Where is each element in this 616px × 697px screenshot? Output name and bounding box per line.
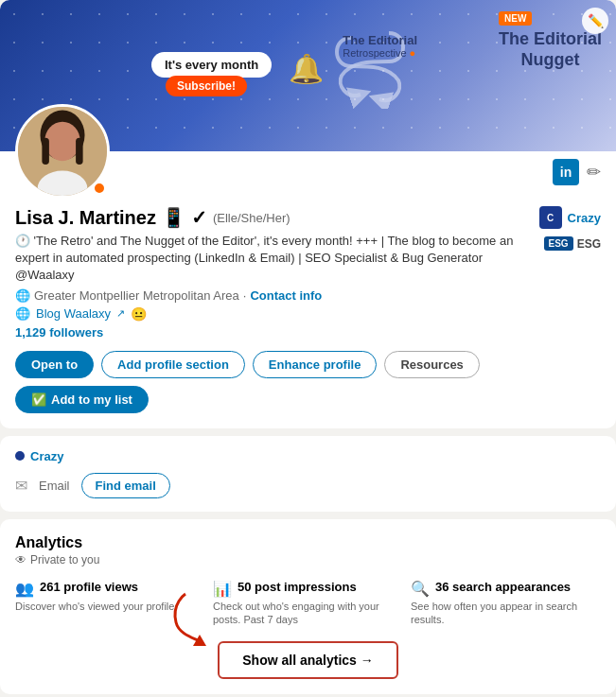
private-text: Private to you xyxy=(30,553,99,566)
phone-icon: 📱 xyxy=(162,206,185,229)
avatar-image xyxy=(18,104,107,196)
profile-card: It's every month Subscribe! 🔔 The Editor… xyxy=(0,0,616,428)
analytics-impressions-title: 📊 50 post impressions xyxy=(213,580,403,598)
add-profile-section-button[interactable]: Add profile section xyxy=(101,351,245,378)
online-status-dot xyxy=(93,182,106,195)
eye-icon: 👁 xyxy=(15,553,26,566)
blog-link[interactable]: Blog Waalaxy xyxy=(36,306,111,321)
external-link-icon: ↗ xyxy=(116,307,125,320)
analytics-search-stat: 36 search appearances xyxy=(435,580,571,594)
new-badge: NEW xyxy=(499,11,532,26)
analytics-item-search: 🔍 36 search appearances See how often yo… xyxy=(411,580,601,627)
avatar xyxy=(15,104,110,199)
profile-left: Lisa J. Martinez 📱 ✓ (Elle/She/Her) 🕐 'T… xyxy=(15,206,516,340)
location-text: Greater Montpellier Metropolitan Area xyxy=(34,288,239,303)
analytics-footer: Show all analytics → xyxy=(15,641,601,679)
linkedin-badge: in xyxy=(553,159,579,185)
analytics-grid: 👥 261 profile views Discover who's viewe… xyxy=(15,580,601,627)
profile-info: Lisa J. Martinez 📱 ✓ (Elle/She/Her) 🕐 'T… xyxy=(15,206,601,340)
retrospective-label: Retrospective xyxy=(343,47,406,59)
profile-right: C Crazy ESG ESG xyxy=(516,206,601,251)
open-to-button[interactable]: Open to xyxy=(15,351,94,378)
email-row: ✉ Email Find email xyxy=(15,473,601,498)
profile-top-actions: in ✏ xyxy=(553,159,601,185)
svg-rect-5 xyxy=(76,138,83,165)
email-icon: ✉ xyxy=(15,477,27,495)
add-to-list-button[interactable]: ✅ Add to my list xyxy=(15,386,149,413)
people-icon: 👥 xyxy=(15,580,34,598)
add-to-list-label: Add to my list xyxy=(51,392,132,407)
subscribe-text: It's every month xyxy=(165,58,258,72)
profile-name: Lisa J. Martinez xyxy=(15,207,156,229)
email-label: Email xyxy=(39,479,70,493)
subscribe-button[interactable]: Subscribe! xyxy=(166,76,247,96)
svg-rect-4 xyxy=(42,138,49,165)
editorial-left-block: The Editorial Retrospective ● xyxy=(343,33,417,59)
verified-icon: ✓ xyxy=(191,206,207,229)
analytics-private-label: 👁 Private to you xyxy=(15,553,601,566)
analytics-item-impressions: 📊 50 post impressions Check out who's en… xyxy=(213,580,403,627)
editorial-left-title: The Editorial xyxy=(343,33,417,47)
location-icon: 🌐 xyxy=(15,288,30,303)
editorial-left-sub: Retrospective ● xyxy=(343,47,417,59)
search-icon: 🔍 xyxy=(411,580,430,598)
enhance-profile-button[interactable]: Enhance profile xyxy=(253,351,378,378)
svg-point-2 xyxy=(44,122,80,161)
company-name: Crazy xyxy=(568,211,601,225)
crazy-company-text: Crazy xyxy=(30,449,63,463)
subscribe-box: It's every month xyxy=(151,52,272,78)
globe2-icon: 😐 xyxy=(131,306,147,322)
list-icon: ✅ xyxy=(31,392,46,407)
profile-bio: 🕐 'The Retro' and The Nugget of the Edit… xyxy=(15,233,516,285)
bell-icon: 🔔 xyxy=(289,52,324,85)
action-buttons: Open to Add profile section Enhance prof… xyxy=(15,351,601,378)
profile-name-row: Lisa J. Martinez 📱 ✓ (Elle/She/Her) xyxy=(15,206,516,229)
contact-info-link[interactable]: Contact info xyxy=(250,288,322,303)
profile-links: 🌐 Blog Waalaxy ↗ 😐 xyxy=(15,306,516,322)
show-all-analytics-button[interactable]: Show all analytics → xyxy=(218,641,398,679)
analytics-views-stat: 261 profile views xyxy=(40,580,138,594)
profile-edit-button[interactable]: ✏ xyxy=(587,162,601,183)
dot-separator: ● xyxy=(410,47,416,59)
add-to-list-row: ✅ Add to my list xyxy=(15,386,601,413)
email-section: Crazy ✉ Email Find email xyxy=(0,436,616,512)
crazy-label-row: Crazy xyxy=(15,449,601,463)
resources-button[interactable]: Resources xyxy=(384,351,479,378)
analytics-card: Analytics 👁 Private to you 👥 261 profile… xyxy=(0,519,616,695)
find-email-button[interactable]: Find email xyxy=(81,473,170,498)
pronouns: (Elle/She/Her) xyxy=(213,211,290,225)
profile-location: 🌐 Greater Montpellier Metropolitan Area … xyxy=(15,288,516,303)
esg-label: ESG xyxy=(577,237,601,251)
esg-badge: ESG ESG xyxy=(544,236,601,251)
email-card: Crazy ✉ Email Find email xyxy=(0,436,616,512)
company-badge: C Crazy xyxy=(539,206,601,229)
separator: · xyxy=(243,288,247,303)
globe-icon: 🌐 xyxy=(15,306,30,321)
editorial-right-title: The EditorialNugget xyxy=(499,29,602,70)
esg-icon: ESG xyxy=(544,236,573,251)
company-icon: C xyxy=(539,206,562,229)
banner-edit-button[interactable]: ✏️ xyxy=(582,8,608,34)
followers-count[interactable]: 1,129 followers xyxy=(15,325,516,340)
crazy-dot xyxy=(15,451,25,461)
red-arrow-icon xyxy=(167,589,223,646)
analytics-impressions-stat: 50 post impressions xyxy=(238,580,357,594)
analytics-section: Analytics 👁 Private to you 👥 261 profile… xyxy=(0,519,616,695)
analytics-search-title: 🔍 36 search appearances xyxy=(411,580,601,598)
analytics-title: Analytics xyxy=(15,534,601,551)
profile-section: in ✏ Lisa J. Martinez 📱 ✓ (Elle/She/Her)… xyxy=(0,151,616,428)
analytics-impressions-desc: Check out who's engaging with your posts… xyxy=(213,600,403,627)
analytics-search-desc: See how often you appear in search resul… xyxy=(411,600,601,627)
